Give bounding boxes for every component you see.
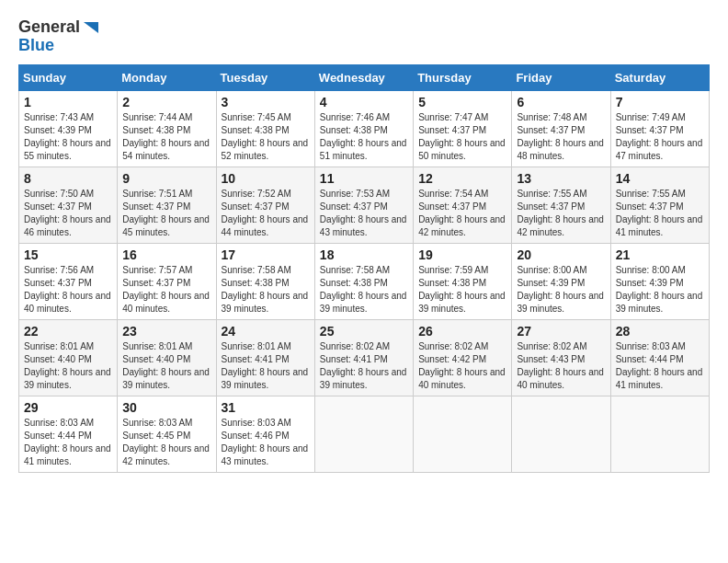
calendar-day-cell: 21Sunrise: 8:00 AMSunset: 4:39 PMDayligh… — [610, 243, 709, 319]
day-number: 26 — [418, 324, 506, 339]
calendar-day-cell: 6Sunrise: 7:48 AMSunset: 4:37 PMDaylight… — [512, 90, 610, 167]
calendar-day-cell — [314, 396, 413, 472]
day-info: Sunrise: 7:43 AMSunset: 4:39 PMDaylight:… — [24, 111, 112, 163]
day-number: 28 — [616, 324, 704, 339]
day-info: Sunrise: 7:58 AMSunset: 4:38 PMDaylight:… — [320, 264, 408, 316]
day-number: 14 — [616, 171, 704, 186]
calendar-day-cell: 26Sunrise: 8:02 AMSunset: 4:42 PMDayligh… — [414, 319, 512, 396]
day-number: 17 — [222, 247, 310, 262]
day-info: Sunrise: 8:02 AMSunset: 4:42 PMDaylight:… — [418, 340, 506, 392]
day-info: Sunrise: 7:54 AMSunset: 4:37 PMDaylight:… — [418, 188, 506, 239]
day-number: 16 — [122, 247, 210, 262]
day-number: 1 — [24, 95, 112, 109]
calendar-week-row: 15Sunrise: 7:56 AMSunset: 4:37 PMDayligh… — [19, 243, 710, 319]
logo-blue: Blue — [18, 37, 54, 55]
calendar-day-cell: 28Sunrise: 8:03 AMSunset: 4:44 PMDayligh… — [610, 319, 709, 396]
calendar-day-cell: 19Sunrise: 7:59 AMSunset: 4:38 PMDayligh… — [414, 243, 512, 319]
calendar-day-cell: 22Sunrise: 8:01 AMSunset: 4:40 PMDayligh… — [19, 319, 118, 396]
weekday-header-cell: Friday — [512, 64, 610, 90]
logo-general: General — [18, 18, 80, 37]
calendar-day-cell: 18Sunrise: 7:58 AMSunset: 4:38 PMDayligh… — [314, 243, 413, 319]
page-header: General Blue — [18, 18, 710, 55]
weekday-header-cell: Tuesday — [216, 64, 314, 90]
day-info: Sunrise: 8:02 AMSunset: 4:41 PMDaylight:… — [320, 340, 408, 392]
day-number: 31 — [222, 400, 310, 415]
day-info: Sunrise: 7:57 AMSunset: 4:37 PMDaylight:… — [122, 264, 210, 316]
day-info: Sunrise: 8:01 AMSunset: 4:40 PMDaylight:… — [122, 340, 210, 392]
day-info: Sunrise: 7:52 AMSunset: 4:37 PMDaylight:… — [222, 188, 310, 239]
day-number: 6 — [517, 95, 605, 109]
day-number: 27 — [517, 324, 605, 339]
calendar-day-cell: 23Sunrise: 8:01 AMSunset: 4:40 PMDayligh… — [118, 319, 216, 396]
calendar-week-row: 8Sunrise: 7:50 AMSunset: 4:37 PMDaylight… — [19, 167, 710, 243]
calendar-day-cell: 12Sunrise: 7:54 AMSunset: 4:37 PMDayligh… — [414, 167, 512, 243]
day-info: Sunrise: 7:45 AMSunset: 4:38 PMDaylight:… — [222, 111, 310, 163]
day-number: 19 — [418, 247, 506, 262]
calendar-day-cell: 29Sunrise: 8:03 AMSunset: 4:44 PMDayligh… — [19, 396, 118, 472]
weekday-header-cell: Sunday — [19, 64, 118, 90]
calendar-day-cell: 15Sunrise: 7:56 AMSunset: 4:37 PMDayligh… — [19, 243, 118, 319]
day-number: 21 — [616, 247, 704, 262]
calendar-day-cell: 30Sunrise: 8:03 AMSunset: 4:45 PMDayligh… — [118, 396, 216, 472]
logo: General Blue — [18, 18, 100, 55]
calendar-day-cell: 17Sunrise: 7:58 AMSunset: 4:38 PMDayligh… — [216, 243, 314, 319]
calendar-week-row: 22Sunrise: 8:01 AMSunset: 4:40 PMDayligh… — [19, 319, 710, 396]
svg-marker-0 — [84, 22, 98, 33]
day-info: Sunrise: 7:56 AMSunset: 4:37 PMDaylight:… — [24, 264, 112, 316]
calendar-day-cell — [610, 396, 709, 472]
day-info: Sunrise: 7:49 AMSunset: 4:37 PMDaylight:… — [616, 111, 704, 163]
calendar-week-row: 29Sunrise: 8:03 AMSunset: 4:44 PMDayligh… — [19, 396, 710, 472]
calendar-day-cell: 2Sunrise: 7:44 AMSunset: 4:38 PMDaylight… — [118, 90, 216, 167]
day-number: 30 — [122, 400, 210, 415]
calendar-day-cell: 9Sunrise: 7:51 AMSunset: 4:37 PMDaylight… — [118, 167, 216, 243]
day-number: 29 — [24, 400, 112, 415]
day-info: Sunrise: 7:58 AMSunset: 4:38 PMDaylight:… — [222, 264, 310, 316]
calendar-day-cell: 7Sunrise: 7:49 AMSunset: 4:37 PMDaylight… — [610, 90, 709, 167]
day-number: 3 — [222, 95, 310, 109]
day-number: 20 — [517, 247, 605, 262]
day-number: 4 — [320, 95, 408, 109]
calendar-day-cell: 16Sunrise: 7:57 AMSunset: 4:37 PMDayligh… — [118, 243, 216, 319]
calendar-day-cell: 1Sunrise: 7:43 AMSunset: 4:39 PMDaylight… — [19, 90, 118, 167]
logo-text-block: General Blue — [18, 18, 100, 55]
calendar-day-cell: 13Sunrise: 7:55 AMSunset: 4:37 PMDayligh… — [512, 167, 610, 243]
weekday-header-cell: Wednesday — [314, 64, 413, 90]
weekday-header-row: SundayMondayTuesdayWednesdayThursdayFrid… — [19, 64, 710, 90]
day-number: 15 — [24, 247, 112, 262]
day-number: 7 — [616, 95, 704, 109]
day-info: Sunrise: 8:01 AMSunset: 4:40 PMDaylight:… — [24, 340, 112, 392]
calendar-day-cell: 3Sunrise: 7:45 AMSunset: 4:38 PMDaylight… — [216, 90, 314, 167]
day-info: Sunrise: 7:53 AMSunset: 4:37 PMDaylight:… — [320, 188, 408, 239]
day-number: 22 — [24, 324, 112, 339]
calendar-day-cell: 8Sunrise: 7:50 AMSunset: 4:37 PMDaylight… — [19, 167, 118, 243]
day-info: Sunrise: 7:46 AMSunset: 4:38 PMDaylight:… — [320, 111, 408, 163]
calendar-body: 1Sunrise: 7:43 AMSunset: 4:39 PMDaylight… — [19, 90, 710, 472]
calendar-day-cell: 24Sunrise: 8:01 AMSunset: 4:41 PMDayligh… — [216, 319, 314, 396]
calendar-day-cell — [512, 396, 610, 472]
calendar-table: SundayMondayTuesdayWednesdayThursdayFrid… — [18, 64, 710, 473]
calendar-day-cell: 20Sunrise: 8:00 AMSunset: 4:39 PMDayligh… — [512, 243, 610, 319]
day-number: 5 — [418, 95, 506, 109]
day-info: Sunrise: 7:55 AMSunset: 4:37 PMDaylight:… — [616, 188, 704, 239]
day-info: Sunrise: 7:59 AMSunset: 4:38 PMDaylight:… — [418, 264, 506, 316]
calendar-day-cell: 14Sunrise: 7:55 AMSunset: 4:37 PMDayligh… — [610, 167, 709, 243]
day-info: Sunrise: 8:03 AMSunset: 4:44 PMDaylight:… — [616, 340, 704, 392]
calendar-day-cell: 31Sunrise: 8:03 AMSunset: 4:46 PMDayligh… — [216, 396, 314, 472]
calendar-day-cell: 27Sunrise: 8:02 AMSunset: 4:43 PMDayligh… — [512, 319, 610, 396]
day-info: Sunrise: 8:03 AMSunset: 4:46 PMDaylight:… — [222, 417, 310, 468]
weekday-header-cell: Thursday — [414, 64, 512, 90]
day-info: Sunrise: 8:00 AMSunset: 4:39 PMDaylight:… — [517, 264, 605, 316]
calendar-week-row: 1Sunrise: 7:43 AMSunset: 4:39 PMDaylight… — [19, 90, 710, 167]
day-info: Sunrise: 8:00 AMSunset: 4:39 PMDaylight:… — [616, 264, 704, 316]
day-info: Sunrise: 8:02 AMSunset: 4:43 PMDaylight:… — [517, 340, 605, 392]
day-number: 11 — [320, 171, 408, 186]
day-info: Sunrise: 8:03 AMSunset: 4:44 PMDaylight:… — [24, 417, 112, 468]
calendar-day-cell: 5Sunrise: 7:47 AMSunset: 4:37 PMDaylight… — [414, 90, 512, 167]
day-info: Sunrise: 8:01 AMSunset: 4:41 PMDaylight:… — [222, 340, 310, 392]
day-info: Sunrise: 7:51 AMSunset: 4:37 PMDaylight:… — [122, 188, 210, 239]
day-info: Sunrise: 7:55 AMSunset: 4:37 PMDaylight:… — [517, 188, 605, 239]
day-number: 24 — [222, 324, 310, 339]
day-number: 18 — [320, 247, 408, 262]
day-info: Sunrise: 7:47 AMSunset: 4:37 PMDaylight:… — [418, 111, 506, 163]
calendar-day-cell: 25Sunrise: 8:02 AMSunset: 4:41 PMDayligh… — [314, 319, 413, 396]
